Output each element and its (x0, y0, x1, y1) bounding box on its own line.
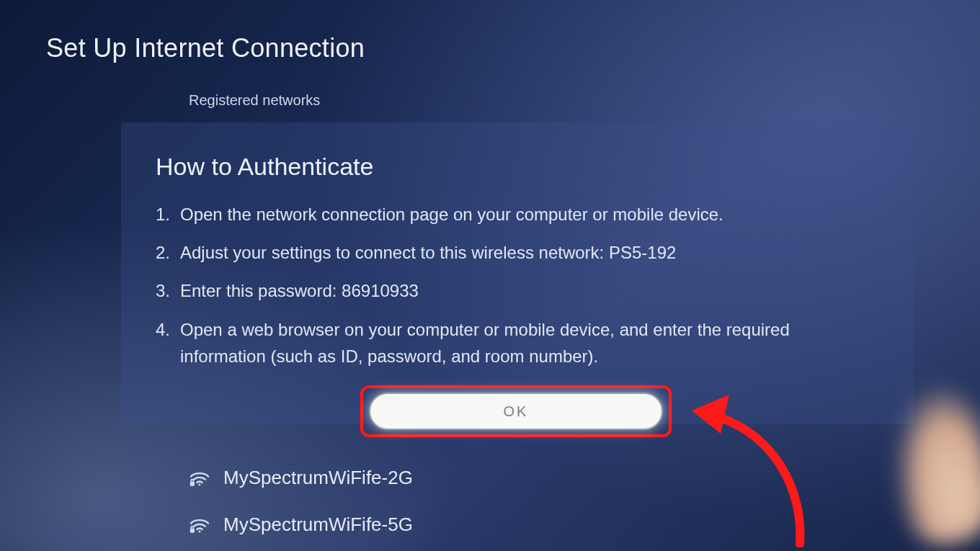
svg-rect-3 (190, 528, 195, 532)
svg-point-2 (199, 530, 201, 532)
ok-button[interactable]: OK (369, 393, 663, 430)
section-label-registered-networks: Registered networks (189, 92, 320, 109)
network-list: MySpectrumWiFife-2G MySpectrumWiFife-5G (189, 467, 413, 536)
network-item[interactable]: MySpectrumWiFife-5G (189, 514, 413, 536)
step-3: Enter this password: 86910933 (156, 277, 879, 304)
page-title: Set Up Internet Connection (46, 33, 365, 63)
network-name: MySpectrumWiFife-2G (223, 467, 413, 489)
step-2: Adjust your settings to connect to this … (156, 239, 879, 266)
authenticate-dialog: How to Authenticate Open the network con… (121, 122, 914, 424)
annotation-highlight-box: OK (360, 385, 672, 437)
svg-point-0 (199, 483, 201, 485)
network-item[interactable]: MySpectrumWiFife-2G (189, 467, 413, 489)
svg-rect-1 (190, 481, 195, 485)
wifi-lock-icon (189, 470, 210, 487)
step-4: Open a web browser on your computer or m… (156, 316, 879, 369)
wifi-lock-icon (189, 516, 210, 534)
instruction-steps: Open the network connection page on your… (156, 201, 879, 369)
network-name: MySpectrumWiFife-5G (223, 514, 413, 536)
step-1: Open the network connection page on your… (156, 201, 879, 228)
dialog-title: How to Authenticate (156, 153, 879, 181)
